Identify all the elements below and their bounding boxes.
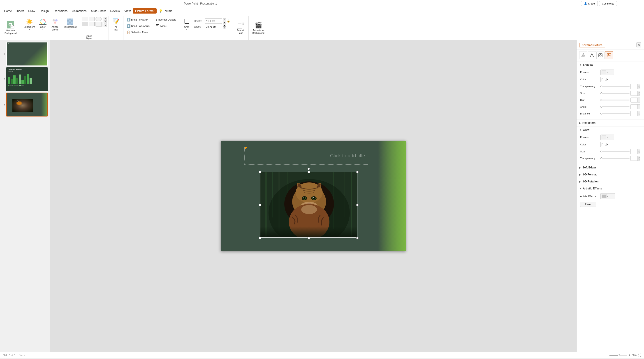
shadow-transparency-slider[interactable] <box>600 86 630 87</box>
glow-presets-dropdown[interactable]: ▾ <box>600 135 614 140</box>
zoom-in-button[interactable]: + <box>629 353 630 357</box>
menu-animations[interactable]: Animations <box>70 8 89 14</box>
3d-format-header[interactable]: ▶ 3-D Format <box>576 171 644 178</box>
shadow-size-thumb[interactable] <box>600 92 602 94</box>
format-pane-ribbon-button[interactable]: FormatPane <box>234 17 246 39</box>
menu-view[interactable]: View <box>122 8 133 14</box>
soft-edges-header[interactable]: ▶ Soft Edges <box>576 164 644 171</box>
shadow-blur-thumb[interactable] <box>600 99 602 101</box>
handle-br[interactable] <box>356 237 358 239</box>
glow-size-down[interactable]: ▼ <box>638 152 640 154</box>
shadow-angle-slider[interactable] <box>600 106 630 107</box>
shadow-size-slider[interactable] <box>600 93 630 94</box>
handle-bl[interactable] <box>259 237 261 239</box>
shadow-size-up[interactable]: ▲ <box>638 91 640 93</box>
glow-header[interactable]: ▼ Glow <box>576 126 644 133</box>
shadow-size-down[interactable]: ▼ <box>638 93 640 96</box>
fp-fill-icon-button[interactable] <box>579 51 587 59</box>
shadow-color-picker[interactable]: ▾ <box>600 77 609 82</box>
shadow-blur-up[interactable]: ▲ <box>638 98 640 100</box>
shadow-presets-dropdown[interactable]: ▾ <box>600 70 614 75</box>
shadow-blur-slider[interactable] <box>600 100 630 101</box>
handle-tc[interactable] <box>308 171 310 173</box>
shadow-blur-input[interactable] <box>631 98 638 102</box>
animate-as-background-button[interactable]: 🎬 Animate asBackground <box>251 17 266 39</box>
handle-mr[interactable] <box>356 204 358 206</box>
style-thumb-3[interactable] <box>96 17 102 21</box>
menu-home[interactable]: Home <box>2 8 14 14</box>
menu-picture-format[interactable]: Picture Format <box>133 8 156 14</box>
glow-transparency-input[interactable] <box>631 156 638 161</box>
shadow-transparency-up[interactable]: ▲ <box>638 84 640 87</box>
lock-aspect-ratio-button[interactable]: 🔒 <box>227 20 230 23</box>
style-thumb-5[interactable] <box>89 22 95 26</box>
fit-slide-button[interactable]: ⛶ <box>638 353 641 357</box>
width-input[interactable] <box>205 24 222 29</box>
width-spin-up[interactable]: ▲ <box>223 24 226 27</box>
title-placeholder[interactable]: Click to add title <box>244 147 368 165</box>
shadow-distance-thumb[interactable] <box>600 113 602 115</box>
slide-thumbnail-2[interactable]: 2 This Year in Numbers Chart Title Serie… <box>2 67 48 91</box>
style-thumb-6[interactable] <box>96 22 102 26</box>
corrections-button[interactable]: ☀️ Corrections ▾ <box>22 17 36 31</box>
glow-transparency-slider[interactable] <box>600 158 630 159</box>
height-input[interactable] <box>205 19 222 24</box>
format-pane-close-button[interactable]: ✕ <box>636 43 641 48</box>
fp-image-icon-button[interactable] <box>605 51 613 59</box>
shadow-transparency-thumb[interactable] <box>600 86 602 87</box>
tiger-image[interactable] <box>260 172 358 238</box>
glow-size-slider[interactable] <box>600 151 630 152</box>
menu-review[interactable]: Review <box>108 8 122 14</box>
3d-rotation-header[interactable]: ▶ 3-D Rotation <box>576 178 644 185</box>
zoom-thumb[interactable] <box>618 354 620 356</box>
shadow-angle-input[interactable] <box>631 105 638 109</box>
handle-tl[interactable] <box>259 171 261 173</box>
styles-expand[interactable]: ▾ <box>104 24 107 27</box>
zoom-slider[interactable] <box>609 355 627 355</box>
remove-background-button[interactable]: RemoveBackground <box>3 17 18 39</box>
height-spin-down[interactable]: ▼ <box>223 21 226 24</box>
handle-tr[interactable] <box>356 171 358 173</box>
menu-transitions[interactable]: Transitions <box>51 8 70 14</box>
glow-color-picker[interactable]: ▾ <box>600 142 609 147</box>
transparency-button[interactable]: Transparency ▾ <box>62 17 78 31</box>
bring-forward-button[interactable]: ⬆️ Bring Forward ▾ <box>125 17 152 23</box>
shadow-size-input[interactable] <box>631 91 638 96</box>
artistic-effects-header[interactable]: ▼ Artistic Effects <box>576 185 644 192</box>
align-button[interactable]: Align ▾ <box>154 23 177 29</box>
styles-scroll-up[interactable]: ▲ <box>104 17 107 20</box>
shadow-angle-down[interactable]: ▼ <box>638 107 640 109</box>
selection-pane-button[interactable]: 📋 Selection Pane <box>125 29 152 35</box>
style-thumb-1[interactable] <box>82 17 88 21</box>
glow-transparency-up[interactable]: ▲ <box>638 156 640 158</box>
shadow-transparency-input[interactable] <box>631 84 638 89</box>
artistic-effects-button[interactable]: ArtisticEffects ▾ <box>49 17 61 34</box>
fp-effects-icon-button[interactable] <box>596 51 604 59</box>
reflection-header[interactable]: ▶ Reflection <box>576 119 644 126</box>
glow-size-up[interactable]: ▲ <box>638 149 640 152</box>
notes-button[interactable]: Notes <box>19 354 25 356</box>
reorder-objects-button[interactable]: ↕️ Reorder Objects <box>154 17 177 23</box>
glow-size-thumb[interactable] <box>600 151 602 152</box>
styles-scroll-down[interactable]: ▼ <box>104 20 107 24</box>
color-button[interactable]: Color ▾ <box>38 17 48 31</box>
shadow-angle-thumb[interactable] <box>600 106 602 108</box>
width-spin-down[interactable]: ▼ <box>223 27 226 29</box>
comments-button[interactable]: Comments <box>599 1 617 6</box>
artistic-effects-dropdown[interactable]: ▾ <box>600 193 615 199</box>
style-thumb-4[interactable] <box>82 22 88 26</box>
shadow-distance-input[interactable] <box>631 111 638 116</box>
send-backward-button[interactable]: ⬇️ Send Backward ▾ <box>125 23 152 29</box>
shadow-distance-up[interactable]: ▲ <box>638 111 640 114</box>
menu-draw[interactable]: Draw <box>26 8 37 14</box>
image-container[interactable] <box>260 172 358 238</box>
menu-insert[interactable]: Insert <box>14 8 26 14</box>
shadow-header[interactable]: ▼ Shadow <box>576 61 644 68</box>
shadow-blur-down[interactable]: ▼ <box>638 100 640 102</box>
shadow-distance-slider[interactable] <box>600 113 630 114</box>
fp-border-icon-button[interactable] <box>588 51 596 59</box>
glow-transparency-down[interactable]: ▼ <box>638 158 640 161</box>
alt-text-button[interactable]: 📝 AltText <box>110 17 122 32</box>
height-spin-up[interactable]: ▲ <box>223 19 226 21</box>
shadow-angle-up[interactable]: ▲ <box>638 105 640 107</box>
